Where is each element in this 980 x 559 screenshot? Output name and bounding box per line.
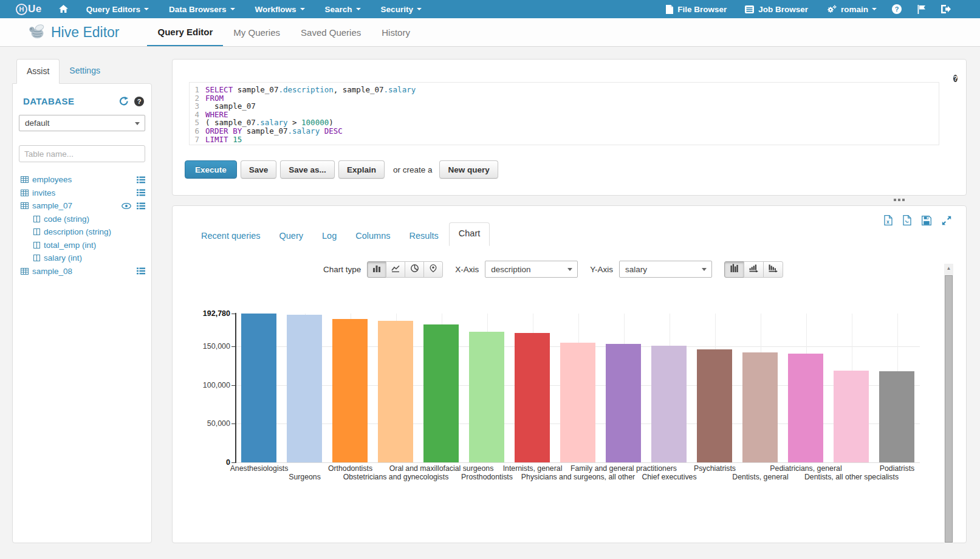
save-button[interactable]: Save [241, 160, 277, 179]
code-line: 7LIMIT 15 [190, 135, 939, 144]
scroll-up-arrow[interactable]: ▲ [944, 264, 953, 273]
user-menu[interactable]: romain [826, 5, 877, 14]
nav-menu-security[interactable]: Security [381, 5, 422, 14]
x-axis-label: Oral and maxillofacial surgeons [389, 464, 494, 473]
save-as-button[interactable]: Save as... [280, 160, 335, 179]
chevron-down-icon [300, 8, 305, 10]
nav-menu-data-browsers[interactable]: Data Browsers [169, 5, 235, 14]
chart-bar[interactable] [378, 321, 413, 462]
nav-menu-workflows[interactable]: Workflows [255, 5, 305, 14]
hue-app-window: H Ue Query EditorsData BrowsersWorkflows… [0, 0, 980, 559]
x-axis-label: Internists, general [503, 464, 563, 473]
scrollbar-thumb[interactable] [945, 275, 953, 543]
line-number: 2 [190, 94, 205, 103]
database-select[interactable]: default [19, 115, 145, 131]
y-tick-label: 50,000 [173, 419, 230, 428]
code-line: 4WHERE [190, 111, 939, 119]
top-navbar: H Ue Query EditorsData BrowsersWorkflows… [0, 0, 980, 18]
tab-saved-queries[interactable]: Saved Queries [290, 18, 371, 46]
code-line: 6ORDER BY sample_07.salary DESC [190, 127, 939, 135]
table-filter-input[interactable] [19, 145, 145, 162]
column-row[interactable]: total_emp (int) [21, 239, 146, 252]
tab-query-editor[interactable]: Query Editor [147, 18, 223, 46]
nav-menu-search[interactable]: Search [325, 5, 361, 14]
table-menu-icon[interactable] [137, 176, 145, 183]
chart-bar[interactable] [879, 371, 914, 462]
table-row[interactable]: employees [21, 173, 146, 187]
code-line: 3 sample_07 [190, 102, 939, 111]
help-icon[interactable]: ? [953, 72, 958, 83]
chart-bar[interactable] [560, 343, 595, 462]
chart-bar[interactable] [515, 333, 550, 462]
file-browser-button[interactable]: File Browser [666, 5, 727, 14]
x-axis-label: Chief executives [642, 473, 696, 481]
table-menu-icon[interactable] [137, 189, 145, 196]
chart-bar[interactable] [606, 344, 641, 462]
tab-settings[interactable]: Settings [60, 59, 110, 84]
table-row[interactable]: sample_08 [21, 265, 146, 278]
assist-panel: DATABASE ? default employeesinvitessampl… [12, 83, 152, 543]
panel-resize-handle[interactable] [894, 199, 906, 201]
y-tick-label: 0 [173, 458, 230, 467]
help-icon[interactable]: ? [134, 97, 144, 106]
sign-out-button[interactable] [941, 5, 951, 13]
x-axis-label: Dentists, general [732, 473, 788, 481]
explain-button[interactable]: Explain [338, 160, 385, 179]
help-button[interactable]: ? [892, 4, 902, 14]
chart-bar[interactable] [788, 354, 823, 462]
refresh-icon[interactable] [119, 97, 129, 106]
results-scrollbar[interactable]: ▲ [944, 264, 953, 543]
x-axis-label: Obstetricians and gynecologists [343, 473, 449, 481]
tab-assist[interactable]: Assist [16, 59, 60, 84]
x-axis-label: Orthodontists [328, 464, 372, 473]
database-section-title: DATABASE [23, 96, 114, 106]
column-icon [33, 255, 40, 261]
results-panel: x Recent queriesQueryLogColumnsResultsCh… [172, 205, 967, 543]
help-icon: ? [892, 4, 902, 14]
chart-bar[interactable] [469, 332, 504, 462]
feedback-button[interactable] [917, 5, 926, 14]
chart-bar[interactable] [287, 315, 322, 462]
or-create-a-text: or create a [393, 165, 433, 174]
chart-bar[interactable] [651, 346, 687, 462]
gears-icon [826, 5, 837, 14]
svg-text:?: ? [895, 5, 899, 13]
new-query-button[interactable]: New query [439, 160, 498, 179]
table-row[interactable]: sample_07 [21, 199, 146, 213]
table-icon [21, 176, 29, 183]
sql-code-editor[interactable]: 1SELECT sample_07.description, sample_07… [189, 82, 939, 145]
column-icon [33, 242, 40, 249]
chevron-down-icon [417, 8, 422, 10]
table-menu-icon[interactable] [137, 267, 145, 275]
tab-history[interactable]: History [371, 18, 420, 46]
chart-bar[interactable] [241, 314, 276, 462]
execute-button[interactable]: Execute [185, 160, 237, 179]
app-title[interactable]: Hive Editor [51, 24, 119, 41]
nav-menu-query-editors[interactable]: Query Editors [86, 5, 149, 14]
tab-my-queries[interactable]: My Queries [223, 18, 290, 46]
chart-bar[interactable] [834, 371, 869, 462]
chevron-down-icon [144, 8, 149, 10]
table-row[interactable]: invites [21, 187, 146, 200]
chart-bar[interactable] [332, 319, 368, 462]
home-button[interactable] [59, 5, 68, 13]
job-browser-button[interactable]: Job Browser [745, 5, 808, 14]
query-editor-panel: ? 1SELECT sample_07.description, sample_… [172, 59, 967, 196]
table-menu-icon[interactable] [137, 202, 145, 210]
x-axis-label: Psychiatrists [694, 464, 736, 473]
column-row[interactable]: code (string) [21, 213, 146, 226]
column-row[interactable]: salary (int) [21, 252, 146, 265]
chart-bar[interactable] [697, 349, 732, 462]
x-axis-line [236, 462, 920, 463]
eye-icon[interactable] [122, 203, 131, 209]
chart-bar[interactable] [423, 324, 459, 462]
chart-bar[interactable] [742, 352, 778, 462]
line-number: 7 [190, 135, 205, 144]
column-icon [33, 216, 40, 222]
hue-logo[interactable]: H Ue [16, 3, 42, 15]
line-number: 4 [190, 111, 205, 119]
x-axis-label: Family and general practitioners [571, 464, 677, 473]
column-row[interactable]: description (string) [21, 225, 146, 239]
hive-logo-icon [27, 23, 46, 42]
table-icon [21, 268, 29, 275]
